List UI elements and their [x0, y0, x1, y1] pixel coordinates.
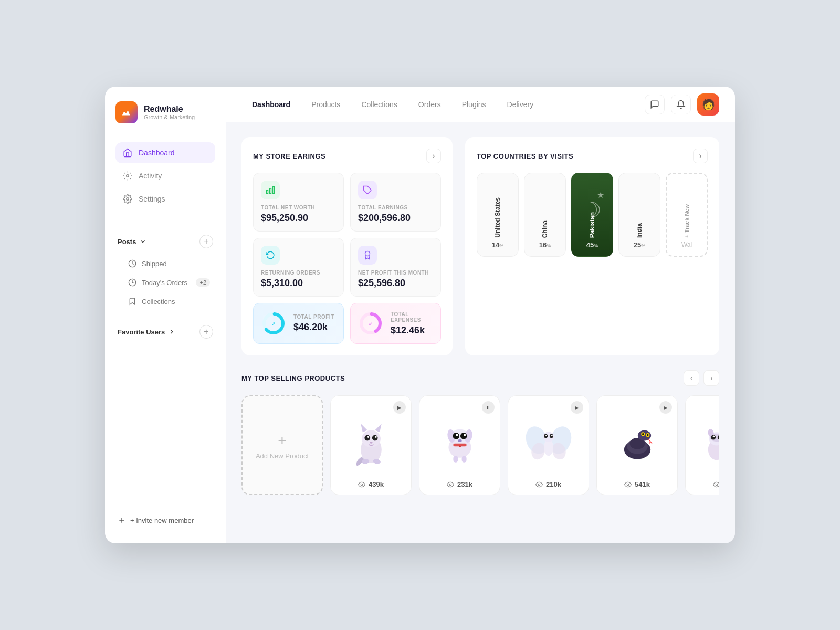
svg-point-21 [364, 435, 370, 440]
sidebar-item-collections[interactable]: Collections [123, 292, 215, 310]
top-nav-actions: 🧑 [645, 93, 719, 116]
posts-sub-items: Shipped Today's Orders +2 Collections [116, 255, 215, 310]
posts-add-button[interactable]: + [200, 235, 213, 248]
app-subtitle: Growth & Marketing [144, 114, 195, 120]
svg-point-28 [361, 484, 363, 486]
user-avatar[interactable]: 🧑 [697, 93, 719, 116]
sidebar-settings-label: Settings [139, 195, 165, 203]
sidebar-item-shipped[interactable]: Shipped [123, 255, 215, 272]
top-nav: Dashboard Products Collections Orders Pl… [226, 87, 735, 122]
invite-member-button[interactable]: + Invite new member [116, 512, 215, 529]
svg-rect-8 [267, 191, 268, 194]
product-3-play-button[interactable]: ▶ [571, 401, 583, 414]
countries-grid: United States 14% China 16% [477, 173, 708, 259]
china-percent: 16% [539, 241, 551, 249]
product-card-5 [685, 395, 719, 495]
total-profit-label: TOTAL PROFIT [293, 314, 334, 320]
product-4-view-count: 541k [635, 480, 650, 488]
product-1-view-count: 439k [369, 480, 384, 488]
notification-button[interactable] [671, 94, 691, 114]
favorite-users-add-button[interactable]: + [200, 325, 213, 339]
net-profit-card: NET PROFIT THIS MONTH $25,596.80 [350, 238, 441, 297]
svg-point-61 [647, 434, 649, 436]
invite-label: + Invite new member [130, 517, 194, 524]
svg-marker-19 [361, 424, 368, 432]
us-percent: 14% [492, 241, 503, 249]
products-prev-button[interactable]: ‹ [684, 370, 699, 386]
todays-orders-badge: +2 [196, 278, 210, 287]
product-1-image [348, 410, 395, 475]
nav-link-orders[interactable]: Orders [408, 96, 452, 113]
expenses-donut-icon: ↙ [358, 311, 383, 336]
svg-point-72 [716, 484, 718, 486]
logo-area: Redwhale Growth & Marketing [116, 101, 215, 123]
country-card-india[interactable]: India 25% [618, 173, 660, 257]
svg-point-23 [367, 436, 369, 438]
tag-icon [358, 181, 377, 200]
net-profit-value: $25,596.80 [358, 278, 433, 289]
country-card-us[interactable]: United States 14% [477, 173, 519, 257]
product-card-1: ▶ [330, 395, 412, 495]
add-new-product-card[interactable]: + Add New Product [242, 395, 323, 495]
product-card-4: ▶ [596, 395, 678, 495]
svg-point-60 [642, 433, 644, 435]
products-grid: + Add New Product ▶ [242, 395, 719, 498]
svg-point-1 [127, 198, 129, 201]
products-section: MY TOP SELLING PRODUCTS ‹ › + Add New Pr… [242, 370, 719, 498]
product-3-image [525, 410, 572, 475]
sidebar-item-activity[interactable]: Activity [116, 165, 215, 186]
product-3-views: 210k [536, 480, 561, 488]
nav-items: Dashboard Activity Settings [116, 142, 215, 209]
favorite-users-title: Favorite Users [118, 328, 175, 336]
logo-icon [116, 101, 138, 123]
total-earnings-label: TOTAL EARNINGS [358, 205, 433, 211]
svg-text:↗: ↗ [271, 321, 276, 327]
earnings-title: MY STORE EARINGS [253, 152, 326, 160]
favorite-users-header: Favorite Users + [116, 321, 215, 343]
country-card-pakistan[interactable]: ☽ ★ Pakistan 45% [571, 173, 613, 257]
content: MY STORE EARINGS › TOTAL NET WORTH $95,2… [226, 122, 735, 543]
product-2-play-button[interactable]: ⏸ [482, 401, 495, 414]
nav-link-delivery[interactable]: Delivery [497, 96, 544, 113]
sidebar-item-todays-orders[interactable]: Today's Orders +2 [123, 274, 215, 291]
svg-rect-40 [453, 456, 458, 463]
posts-title: Posts [118, 238, 146, 246]
countries-card-header: TOP COUNTRIES BY VISITS › [477, 149, 708, 163]
products-nav-arrows: ‹ › [684, 370, 719, 386]
earnings-chevron-button[interactable]: › [426, 149, 441, 163]
svg-rect-41 [461, 456, 466, 463]
sidebar-item-settings[interactable]: Settings [116, 188, 215, 209]
products-title: MY TOP SELLING PRODUCTS [242, 374, 345, 382]
nav-link-dashboard[interactable]: Dashboard [242, 96, 301, 113]
countries-chevron-button[interactable]: › [693, 149, 708, 163]
total-profit-value: $46.20k [293, 322, 334, 333]
products-next-button[interactable]: › [704, 370, 719, 386]
svg-text:↙: ↙ [369, 321, 373, 327]
shipped-label: Shipped [142, 260, 167, 268]
nav-link-products[interactable]: Products [301, 96, 351, 113]
svg-point-34 [460, 433, 467, 439]
net-worth-value: $95,250.90 [261, 213, 336, 224]
country-card-track-new[interactable]: + Track New Wal [666, 173, 708, 257]
app-name: Redwhale [144, 104, 195, 114]
track-new-label: + Track New [684, 204, 690, 238]
product-2-views: 231k [447, 480, 472, 488]
chat-button[interactable] [645, 94, 665, 114]
content-grid: MY STORE EARINGS › TOTAL NET WORTH $95,2… [242, 137, 719, 355]
sidebar-bottom: + Invite new member [116, 503, 215, 529]
product-1-play-button[interactable]: ▶ [393, 401, 406, 414]
product-4-play-button[interactable]: ▶ [659, 401, 672, 414]
sidebar-item-dashboard[interactable]: Dashboard [116, 142, 215, 163]
country-card-china[interactable]: China 16% [524, 173, 566, 257]
product-4-views: 541k [624, 480, 650, 488]
product-2-view-count: 231k [457, 480, 472, 488]
svg-point-38 [459, 445, 461, 447]
pakistan-name: Pakistan [589, 212, 596, 238]
svg-point-25 [370, 442, 372, 444]
total-expenses-info: TOTAL EXPENSES $12.46k [391, 311, 433, 336]
wal-label: Wal [681, 241, 692, 248]
nav-link-plugins[interactable]: Plugins [452, 96, 497, 113]
nav-link-collections[interactable]: Collections [351, 96, 407, 113]
posts-section-header: Posts + [116, 230, 215, 253]
total-earnings-value: $200,596.80 [358, 213, 433, 224]
